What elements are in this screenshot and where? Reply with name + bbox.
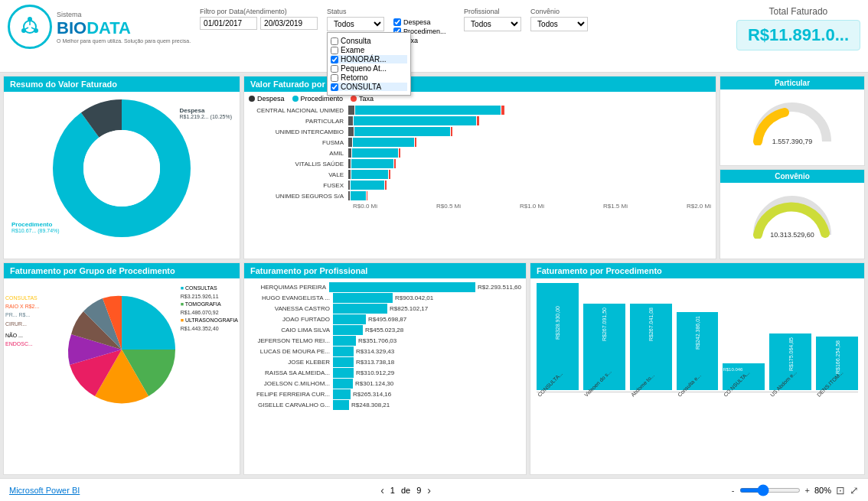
bar-row-fusex: FUSEX [249, 181, 711, 190]
bar-row-particular: PARTICULAR [249, 116, 711, 125]
logo-data: DATA [86, 18, 131, 38]
procedimento-label: Procedimento [11, 221, 60, 228]
profissional-panel: Faturamento por Profissional HERQUIMAS P… [243, 262, 527, 475]
dropdown-item-retorno[interactable]: Retorno [331, 73, 407, 82]
powerbi-link[interactable]: Microsoft Power BI [9, 486, 80, 495]
prof-row-0: HERQUIMAS PEREIRA R$2.293.511,60 [249, 282, 521, 292]
despesa-value: R$1.219.2... (10.25%) [180, 114, 233, 119]
convenio-bars: CENTRAL NACIONAL UNIMED PARTICULAR [249, 106, 711, 200]
system-label: Sistema [57, 11, 191, 18]
total-label: Total Faturado [736, 6, 860, 17]
bar-row-amil: AMIL [249, 148, 711, 158]
convenio-filter-group: Convênio Todos [530, 8, 588, 31]
row2: Faturamento por Grupo de Procedimento [3, 262, 865, 475]
grupo-raio: RAIO X R$2... [5, 302, 39, 311]
prof-row-5: JEFERSON TELMO REI... R$351.706,03 [249, 336, 521, 346]
prev-page-button[interactable]: ‹ [380, 484, 384, 496]
status-dropdown: Consulta Exame HONORÁR... Pequeno At... … [327, 32, 411, 96]
svg-line-6 [25, 28, 28, 29]
prof-row-6: LUCAS DE MOURA PE... R$314.329,43 [249, 346, 521, 356]
resumo-content: Despesa R$1.219.2... (10.25%) Procedimen… [4, 92, 240, 245]
procedimento-content: R$328.930,00 R$267.091,50 R$267.041,08 [530, 278, 864, 420]
convenio-select[interactable]: Todos [530, 17, 588, 31]
profissional-select[interactable]: Todos [464, 17, 521, 31]
particular-value: 1.557.390,79 [772, 138, 813, 145]
svg-line-5 [31, 28, 34, 29]
total-value: R$11.891.0... [736, 20, 860, 50]
convenio-filter-label: Convênio [530, 8, 588, 15]
grupo-panel: Faturamento por Grupo de Procedimento [3, 262, 240, 475]
status-filter-group: Status Todos Consulta Exame HONORÁR... P… [327, 8, 384, 31]
logo-area: Sistema BIO DATA O Melhor para quem util… [8, 5, 191, 49]
page-total: 9 [416, 486, 421, 495]
page-separator: de [401, 486, 410, 495]
grupo-pr: PR... R$... [5, 311, 39, 319]
bar-row-fusma: FUSMA [249, 138, 711, 147]
main-content: Resumo do Valor Faturado Despesa R$1.219… [0, 73, 868, 478]
prof-row-10: GISELLE CARVALHO G... R$248.308,21 [249, 400, 521, 410]
date-filter-group: Filtro por Data(Atendimento) [200, 8, 318, 30]
status-label: Status [327, 8, 384, 15]
fit-page-icon[interactable]: ⊡ [836, 484, 845, 496]
convenio-legend: Despesa Procedimento Taxa [249, 95, 711, 102]
prof-row-9: FELIPE FERREIRA CUR... R$265.314,16 [249, 389, 521, 399]
resumo-panel: Resumo do Valor Faturado Despesa R$1.219… [3, 76, 240, 259]
dropdown-item-consulta[interactable]: Consulta [331, 37, 407, 45]
page-current: 1 [390, 486, 395, 495]
date-end-input[interactable] [260, 17, 318, 30]
zoom-slider[interactable] [739, 488, 801, 493]
grupo-endosc: ENDOSC... [5, 340, 39, 348]
bar-row-vitallis: VITALLIS SAÚDE [249, 159, 711, 168]
grupo-nao: NÃO ... [5, 331, 39, 340]
grupo-cirur: CIRUR... [5, 320, 39, 328]
profissional-filter-group: Profissional Todos [464, 8, 521, 31]
dropdown-item-pequeno[interactable]: Pequeno At... [331, 64, 407, 73]
convenio-right-value: 10.313.529,60 [770, 231, 814, 239]
date-filter-label: Filtro por Data(Atendimento) [200, 8, 318, 15]
bar-row-unimed-int: UNIMED INTERCAMBIO [249, 127, 711, 136]
prof-row-7: RAISSA SA ALMEIDA... R$310.912,29 [249, 368, 521, 378]
zoom-minus-button[interactable]: - [732, 486, 735, 495]
date-start-input[interactable] [200, 17, 257, 30]
status-select[interactable]: Todos [327, 17, 384, 31]
procedimento-header: Faturamento por Procedimento [530, 263, 864, 278]
grupo-doplle: CONSULTAS [5, 294, 39, 302]
zoom-value: 80% [814, 486, 831, 495]
convenio-header: Valor Faturado por Convênio [244, 76, 716, 92]
grupo-pie [60, 288, 183, 411]
particular-content: 1.557.390,79 [720, 89, 864, 151]
logo-icon [8, 5, 52, 49]
particular-header: Particular [720, 76, 864, 89]
convenio-right-panel: Convênio 10.313.529,60 [720, 169, 865, 259]
prof-row-1: HUGO EVANGELISTA ... R$903.042,01 [249, 293, 521, 303]
dropdown-item-honorario[interactable]: HONORÁR... [331, 55, 407, 63]
dropdown-item-exame[interactable]: Exame [331, 46, 407, 54]
logo-bio: BIO [57, 18, 86, 38]
logo-tagline: O Melhor para quem utiliza. Solução para… [57, 38, 191, 44]
footer: Microsoft Power BI ‹ 1 de 9 › - + 80% ⊡ … [0, 478, 868, 501]
total-faturado: Total Faturado R$11.891.0... [736, 6, 860, 50]
procedimento-panel: Faturamento por Procedimento R$328.930,0… [530, 262, 865, 475]
fullscreen-icon[interactable]: ⤢ [850, 484, 859, 496]
bar-row-unimed-seg: UNIMED SEGUROS S/A [249, 191, 711, 200]
x-axis: R$0.0 Mi R$0.5 Mi R$1.0 Mi R$1.5 Mi R$2.… [249, 203, 711, 210]
row1: Resumo do Valor Faturado Despesa R$1.219… [3, 76, 865, 259]
dropdown-item-consulta2[interactable]: CONSULTA [331, 83, 407, 91]
bar-row-cnunimed: CENTRAL NACIONAL UNIMED [249, 106, 711, 115]
grupo-header: Faturamento por Grupo de Procedimento [4, 263, 240, 278]
svg-point-1 [28, 17, 32, 21]
convenio-content: Despesa Procedimento Taxa CENTRAL NACION… [244, 92, 716, 213]
zoom-plus-button[interactable]: + [805, 486, 810, 495]
profissional-label: Profissional [464, 8, 521, 15]
next-page-button[interactable]: › [427, 484, 431, 496]
prof-row-3: JOAO FURTADO R$495.698,87 [249, 314, 521, 324]
profissional-content: HERQUIMAS PEREIRA R$2.293.511,60 HUGO EV… [244, 278, 526, 420]
svg-point-9 [83, 130, 160, 207]
bar-row-vale: VALE [249, 170, 711, 179]
despesa-label: Despesa [180, 107, 233, 114]
cb-despesa[interactable]: Despesa [393, 18, 455, 26]
procedimento-value: R$10.67... (89.74%) [11, 228, 60, 233]
prof-row-4: CAIO LIMA SILVA R$455.023,28 [249, 325, 521, 335]
prof-row-8: JOELSON C.MILHOM... R$301.124,30 [249, 379, 521, 389]
profissional-header: Faturamento por Profissional [244, 263, 526, 278]
